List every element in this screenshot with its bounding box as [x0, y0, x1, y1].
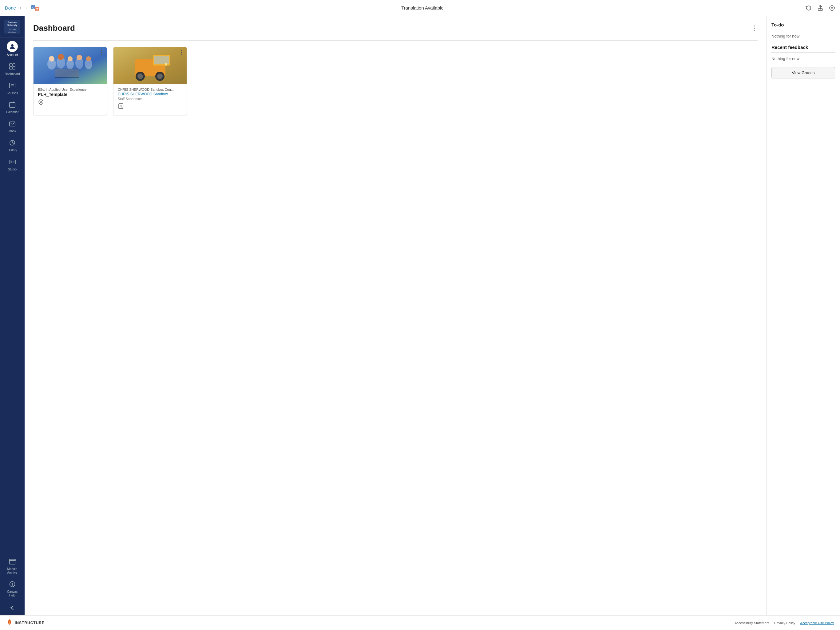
todo-section: To-do Nothing for now: [771, 22, 835, 38]
card-1-body: BSc. in Applied User Experience PLH_Temp…: [33, 84, 107, 111]
feedback-empty: Nothing for now: [771, 56, 835, 61]
courses-icon: [9, 82, 16, 90]
account-avatar: [7, 41, 18, 52]
svg-rect-18: [13, 67, 15, 69]
svg-rect-52: [55, 69, 79, 77]
card-2-image: ⋮: [114, 47, 186, 84]
sidebar-item-calendar[interactable]: Calendar: [0, 98, 25, 117]
svg-point-53: [40, 101, 42, 103]
sidebar-collapse-button[interactable]: [0, 600, 25, 615]
cards-grid: ⋮ BSc. in Applied User Experience PLH_Te…: [33, 47, 758, 116]
acceptable-use-link[interactable]: Acceptable Use Policy: [801, 621, 834, 625]
content-area: Dashboard ⋮: [25, 16, 840, 615]
dashboard-more-button[interactable]: ⋮: [751, 25, 758, 32]
sidebar-item-courses[interactable]: Courses: [0, 79, 25, 98]
svg-point-14: [11, 44, 14, 47]
card-1-subtitle: BSc. in Applied User Experience: [38, 88, 103, 91]
svg-rect-62: [154, 56, 169, 64]
svg-marker-6: [831, 6, 833, 8]
sidebar-item-studio-label: Studio: [8, 168, 17, 171]
svg-point-48: [68, 56, 73, 61]
svg-text:University: University: [7, 24, 17, 27]
accessibility-link[interactable]: Accessibility Statement: [734, 621, 769, 625]
share-button[interactable]: [817, 5, 823, 11]
card-2-subtitle: CHRIS SHERWOOD Sandbox Cou...: [118, 88, 182, 91]
sidebar-item-dashboard[interactable]: Dashboard: [0, 60, 25, 79]
svg-rect-35: [9, 559, 15, 561]
todo-empty: Nothing for now: [771, 34, 835, 38]
card-2-menu-button[interactable]: ⋮: [178, 49, 184, 55]
sidebar-item-dashboard-label: Dashboard: [5, 72, 20, 76]
sidebar: Swansea University Prifysgol Abertawe Ac…: [0, 16, 25, 615]
canvas-help-icon: ?: [9, 581, 16, 589]
studio-icon: [9, 158, 16, 166]
svg-rect-34: [9, 560, 15, 564]
svg-text:Swansea: Swansea: [8, 21, 17, 24]
sidebar-item-courses-label: Courses: [6, 91, 18, 95]
page-title: Dashboard: [33, 24, 75, 33]
card-2-icon: [118, 103, 182, 111]
top-bar-title: Translation Available: [401, 5, 444, 11]
svg-text:?: ?: [11, 583, 14, 586]
sidebar-item-account-label: Account: [7, 53, 18, 57]
header-divider: [33, 40, 758, 41]
back-button[interactable]: ‹: [20, 5, 22, 11]
top-bar-left: Done ‹ › A 文: [5, 5, 39, 11]
svg-point-50: [86, 56, 91, 61]
translate-icon: A 文: [31, 5, 39, 11]
sidebar-item-canvas-help[interactable]: ? CanvasHelp: [0, 578, 25, 600]
svg-text:文: 文: [36, 8, 38, 11]
svg-rect-63: [165, 63, 167, 65]
forward-button[interactable]: ›: [25, 5, 27, 11]
dashboard-icon: [9, 63, 16, 71]
sidebar-item-inbox[interactable]: Inbox: [0, 117, 25, 136]
footer-logo: INSTRUCTURE: [6, 619, 44, 627]
svg-rect-23: [9, 103, 15, 108]
card-2-sub2: Staff Sandboxes: [118, 97, 182, 101]
card-2-title: CHRIS SHERWOOD Sandbox ...: [118, 92, 182, 96]
compass-button[interactable]: [829, 5, 835, 11]
todo-title: To-do: [771, 22, 835, 27]
svg-text:A: A: [32, 6, 34, 9]
top-bar-right: [805, 5, 835, 11]
feedback-title: Recent feedback: [771, 44, 835, 50]
svg-rect-15: [9, 64, 12, 66]
sidebar-item-module-archive[interactable]: ModuleArchive: [0, 555, 25, 578]
svg-point-59: [137, 73, 143, 79]
course-card-2[interactable]: ⋮ CHRIS SHERWOOD Sandbox Cou... CHRIS SH…: [113, 47, 187, 116]
page-header: Dashboard ⋮: [33, 24, 758, 33]
sidebar-item-studio[interactable]: Studio: [0, 155, 25, 174]
footer: INSTRUCTURE Accessibility Statement Priv…: [0, 615, 840, 630]
svg-text:Prifysgol: Prifysgol: [9, 28, 16, 30]
card-1-image: ⋮: [33, 47, 107, 84]
svg-marker-7: [831, 8, 833, 10]
view-grades-button[interactable]: View Grades: [771, 67, 835, 78]
footer-links: Accessibility Statement Privacy Policy A…: [734, 621, 834, 625]
refresh-button[interactable]: [805, 5, 812, 11]
card-1-title: PLH_Template: [38, 92, 103, 97]
done-button[interactable]: Done: [5, 5, 16, 11]
sidebar-item-history[interactable]: History: [0, 136, 25, 155]
svg-rect-17: [9, 67, 12, 69]
sidebar-item-calendar-label: Calendar: [6, 111, 19, 114]
svg-rect-16: [13, 64, 15, 66]
course-card-1[interactable]: ⋮ BSc. in Applied User Experience PLH_Te…: [33, 47, 107, 116]
sidebar-item-inbox-label: Inbox: [9, 130, 16, 133]
privacy-link[interactable]: Privacy Policy: [774, 621, 795, 625]
inbox-icon: [9, 120, 16, 128]
main-content: Dashboard ⋮: [25, 16, 766, 615]
sidebar-item-account[interactable]: Account: [0, 38, 25, 60]
svg-point-46: [49, 56, 54, 62]
instructure-logo-text: INSTRUCTURE: [15, 621, 44, 625]
sidebar-item-module-archive-label: ModuleArchive: [7, 567, 17, 575]
svg-point-61: [157, 73, 163, 79]
feedback-section: Recent feedback Nothing for now: [771, 44, 835, 61]
module-archive-icon: [9, 558, 16, 566]
card-1-menu-button[interactable]: ⋮: [99, 49, 104, 55]
svg-point-47: [58, 54, 64, 60]
svg-text:Abertawe: Abertawe: [8, 31, 16, 33]
right-panel: To-do Nothing for now Recent feedback No…: [766, 16, 840, 615]
sidebar-item-history-label: History: [7, 149, 17, 152]
sidebar-item-canvas-help-label: CanvasHelp: [7, 590, 17, 597]
instructure-flame-icon: [6, 619, 13, 627]
